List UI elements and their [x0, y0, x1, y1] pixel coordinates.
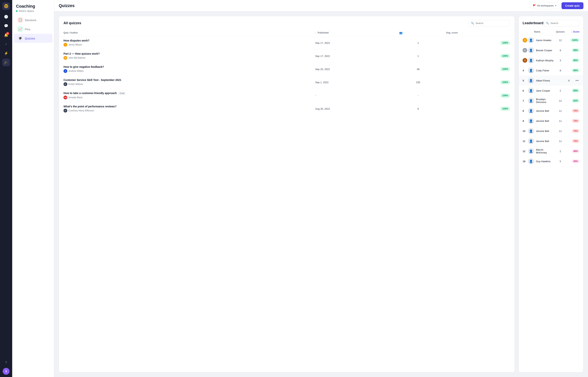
create-quiz-button[interactable]: Create quiz [562, 2, 583, 9]
sidebar-icon-tasks[interactable]: ✓ [2, 40, 10, 48]
leaderboard-row[interactable]: 7 👤 Brooklyn Simmons 12 82% [519, 96, 583, 106]
leaderboard-header: Leaderboard 🔍 [519, 16, 583, 26]
sidebar-item-quizzes[interactable]: 🎓 Quizzes [14, 34, 52, 43]
score-badge: 96% [572, 59, 579, 62]
quizzes-search-input[interactable] [475, 22, 508, 24]
workspace-selector[interactable]: 🚩 All workspaces ▼ [530, 2, 559, 9]
lb-score: 96% [566, 59, 579, 62]
leaderboard-row[interactable]: 6 👤 Jane Cooper 2 86% [519, 86, 583, 96]
leaderboard-row[interactable]: 19 👤 Guy Hawkins 5 40% [519, 156, 583, 166]
author-name: Andrew Willem [68, 70, 84, 72]
lb-col-quizzes-header: Quizzes [555, 30, 566, 33]
table-row[interactable]: Part 2 — How quizzes work? JB John Bill … [59, 49, 515, 63]
leaderboard-row[interactable]: 9 👤 Jerome Bell 11 78% [519, 116, 583, 126]
lb-col-name-header: Name [534, 30, 555, 33]
rank-badge-bronze: 3 [523, 58, 527, 63]
leaderboard-quizzes: 2 [555, 89, 566, 92]
table-row[interactable]: What's the point of performance reviews?… [59, 102, 515, 115]
quiz-avg-score: 100% [442, 89, 515, 102]
sidebar-item-pins[interactable]: 📈 Pins [14, 24, 52, 34]
leaderboard-row[interactable]: 2 👤 Bessie Cooper 9 98% [519, 45, 583, 55]
quizzes-search-box[interactable]: 🔍 [468, 20, 510, 26]
author-name: Annette Black [68, 96, 83, 99]
help-button[interactable]: ? [2, 359, 10, 366]
lightning-icon: ⚡ [4, 51, 8, 55]
search-icon: 🔍 [471, 22, 474, 24]
leaderboard-quizzes: 12 [555, 39, 566, 42]
leaderboard-quizzes: 11 [555, 109, 566, 112]
page-title: Quizzes [59, 3, 75, 8]
score-badge: 86% [572, 89, 579, 93]
row-dots-menu[interactable]: ••• [575, 79, 579, 82]
author-name: John Bill Ballmer [68, 57, 85, 59]
leaderboard-quizzes: 8 [555, 69, 566, 72]
score-badge: 98% [572, 48, 579, 52]
leaderboard-row[interactable]: 5 👤 Albert Flores 6 ••• [519, 76, 583, 86]
leaderboard-row[interactable]: 3 👤 Kathryn Murphy 3 96% [519, 55, 583, 66]
rank-badge-gold: 1 [523, 38, 527, 42]
leaderboard-row[interactable]: 11 👤 Jerome Bell 11 78% [519, 136, 583, 146]
leaderboard-quizzes: 9 [555, 49, 566, 52]
leaderboard-avatar: 👤 [528, 47, 534, 53]
content-area: All quizzes 🔍 Quiz / Author ↓ Published [54, 12, 588, 377]
leaderboard-search-box[interactable]: 🔍 [543, 20, 579, 26]
rank-number: 19 [523, 160, 528, 163]
lb-search-icon: 🔍 [546, 22, 549, 24]
quizzes-nav-icon: 🎓 [18, 35, 23, 41]
leaderboard-user-name: Brooklyn Simmons [536, 98, 555, 104]
leaderboard-row[interactable]: 4 👤 Cody Fisher 8 96% [519, 66, 583, 76]
leaderboard-avatar: 👤 [528, 67, 534, 73]
quiz-published-date: Sep 20, 2022 [311, 63, 395, 76]
score-badge: 78% [572, 129, 579, 133]
lb-score: 96% [566, 69, 579, 72]
leaderboard-search-input[interactable] [550, 22, 577, 24]
lb-score: 40% [566, 159, 579, 163]
quizzes-table: Quiz / Author ↓ Published 👥 Avg. score [59, 29, 515, 115]
lb-score: 100% [566, 38, 579, 42]
flag-icon: 🚩 [533, 4, 536, 7]
table-row[interactable]: How to give negative feedback? A Andrew … [59, 63, 515, 76]
graduation-icon: 🎓 [4, 60, 8, 65]
rank-number: 9 [523, 119, 528, 122]
quiz-participants: 8 [395, 102, 441, 115]
leaderboard-row[interactable]: 12 👤 Marvin McKinney 2 48% [519, 146, 583, 156]
sidebar-item-sessions[interactable]: 📋 Sessions [14, 15, 52, 24]
quiz-title: Part 2 — How quizzes work? [63, 52, 306, 55]
lb-col-score-header: ↓ Score [566, 30, 579, 33]
leaderboard-user-name: Jane Cooper [536, 89, 555, 92]
lb-score: 86% [566, 89, 579, 93]
table-row[interactable]: How to take a customer-friendly approach… [59, 89, 515, 102]
leaderboard-row[interactable]: 1 👤 Aaron Howles 12 100% [519, 35, 583, 45]
sidebar-icon-chat[interactable]: 💬 [2, 22, 10, 30]
chevron-down-icon: ▼ [555, 5, 557, 7]
score-badge: 100% [500, 107, 510, 111]
leaderboard-quizzes: 11 [555, 140, 566, 143]
workspace-selector-label: All workspaces [537, 4, 554, 7]
score-badge: 100% [500, 67, 510, 71]
sidebar-icon-lightning[interactable]: ⚡ [2, 49, 10, 57]
quiz-author: J Jenny Wilson [63, 43, 306, 47]
leaderboard-row[interactable]: 8 👤 Jerome Bell 11 78% [519, 106, 583, 116]
leaderboard-row[interactable]: 10 👤 Jerome Bell 11 78% [519, 126, 583, 136]
sidebar-icon-bell[interactable]: 🔔 8 [2, 31, 10, 39]
leaderboard-user-name: Marvin McKinney [536, 148, 555, 154]
table-row[interactable]: How disputes work? J Jenny Wilson Sep 17… [59, 36, 515, 49]
score-badge: 100% [500, 54, 510, 58]
sidebar-icon-graduation[interactable]: 🎓 [2, 59, 10, 66]
quiz-participants: 1 [395, 36, 441, 49]
author-name: Courtney Henry Effenson [68, 109, 94, 112]
quiz-author: AB Annette Black [63, 95, 306, 99]
table-row[interactable]: Customer Service Skill Test - September … [59, 76, 515, 89]
score-badge: 100% [500, 80, 510, 84]
quiz-avg-score: 100% [442, 76, 515, 89]
workspace-dot [16, 10, 18, 12]
left-navigation: Coaching Silvio's Space 📋 Sessions 📈 Pin… [12, 0, 54, 377]
user-avatar-button[interactable]: S [3, 368, 10, 375]
leaderboard-panel: Leaderboard 🔍 Name Quizzes ↓ Score [519, 16, 583, 372]
score-badge: 82% [572, 99, 579, 103]
quizzes-panel-header: All quizzes 🔍 [59, 16, 515, 26]
author-avatar: A [63, 69, 67, 73]
sidebar-icon-clock[interactable]: 🕐 [2, 13, 10, 21]
col-published[interactable]: ↓ Published [311, 29, 395, 36]
col-participants: 👥 [395, 29, 441, 36]
